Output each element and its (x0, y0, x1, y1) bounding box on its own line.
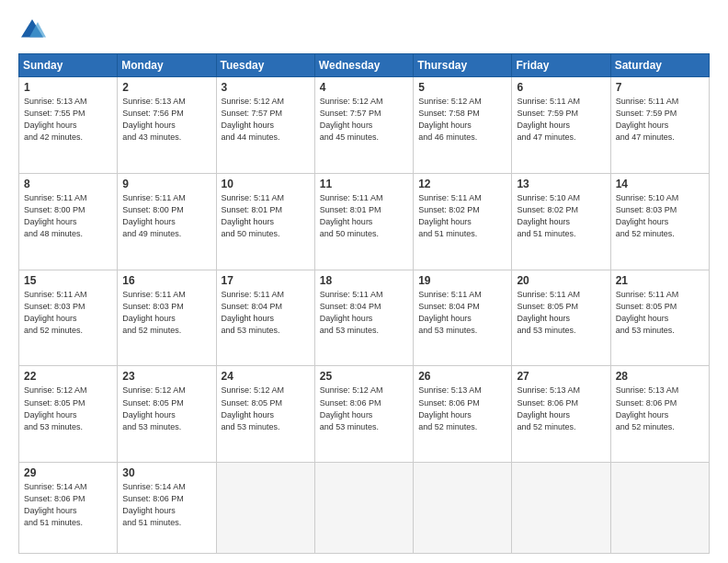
page: Sunday Monday Tuesday Wednesday Thursday… (0, 0, 728, 563)
day-info: Sunrise: 5:11 AM Sunset: 8:03 PM Dayligh… (122, 289, 210, 337)
col-sunday: Sunday (19, 54, 118, 77)
header (18, 17, 710, 44)
day-info: Sunrise: 5:13 AM Sunset: 7:56 PM Dayligh… (122, 96, 210, 144)
week-row-5: 29 Sunrise: 5:14 AM Sunset: 8:06 PM Dayl… (19, 463, 710, 554)
day-cell: 27 Sunrise: 5:13 AM Sunset: 8:06 PM Dayl… (512, 366, 610, 463)
day-cell: 25 Sunrise: 5:12 AM Sunset: 8:06 PM Dayl… (314, 366, 413, 463)
day-number: 1 (24, 81, 112, 94)
day-number: 8 (24, 178, 112, 190)
day-cell: 2 Sunrise: 5:13 AM Sunset: 7:56 PM Dayli… (118, 77, 216, 174)
day-number: 14 (616, 178, 704, 190)
day-info: Sunrise: 5:12 AM Sunset: 8:05 PM Dayligh… (122, 385, 210, 432)
day-number: 12 (418, 178, 506, 190)
day-cell: 16 Sunrise: 5:11 AM Sunset: 8:03 PM Dayl… (118, 270, 216, 366)
day-info: Sunrise: 5:11 AM Sunset: 8:01 PM Dayligh… (320, 192, 408, 240)
logo-icon (18, 17, 46, 44)
day-info: Sunrise: 5:12 AM Sunset: 8:05 PM Dayligh… (24, 385, 112, 432)
col-wednesday: Wednesday (314, 54, 413, 77)
week-row-3: 15 Sunrise: 5:11 AM Sunset: 8:03 PM Dayl… (19, 270, 710, 366)
day-info: Sunrise: 5:11 AM Sunset: 8:05 PM Dayligh… (517, 289, 605, 337)
day-cell: 13 Sunrise: 5:10 AM Sunset: 8:02 PM Dayl… (512, 173, 610, 270)
day-cell: 8 Sunrise: 5:11 AM Sunset: 8:00 PM Dayli… (19, 173, 118, 270)
day-cell: 28 Sunrise: 5:13 AM Sunset: 8:06 PM Dayl… (610, 366, 709, 463)
day-info: Sunrise: 5:13 AM Sunset: 8:06 PM Dayligh… (418, 385, 506, 432)
week-row-4: 22 Sunrise: 5:12 AM Sunset: 8:05 PM Dayl… (19, 366, 710, 463)
header-row: Sunday Monday Tuesday Wednesday Thursday… (19, 54, 710, 77)
day-number: 17 (222, 274, 310, 287)
day-cell (414, 463, 512, 554)
day-number: 10 (222, 178, 310, 190)
day-info: Sunrise: 5:11 AM Sunset: 8:05 PM Dayligh… (616, 289, 704, 337)
day-info: Sunrise: 5:11 AM Sunset: 7:59 PM Dayligh… (616, 96, 704, 144)
day-cell: 9 Sunrise: 5:11 AM Sunset: 8:00 PM Dayli… (118, 173, 216, 270)
day-cell (512, 463, 610, 554)
day-number: 9 (122, 178, 210, 190)
day-info: Sunrise: 5:11 AM Sunset: 8:00 PM Dayligh… (24, 192, 112, 240)
day-number: 29 (24, 466, 112, 479)
day-cell (314, 463, 413, 554)
day-info: Sunrise: 5:12 AM Sunset: 7:57 PM Dayligh… (320, 96, 408, 144)
day-cell: 10 Sunrise: 5:11 AM Sunset: 8:01 PM Dayl… (216, 173, 314, 270)
day-cell: 3 Sunrise: 5:12 AM Sunset: 7:57 PM Dayli… (216, 77, 314, 174)
day-cell: 4 Sunrise: 5:12 AM Sunset: 7:57 PM Dayli… (314, 77, 413, 174)
day-cell: 6 Sunrise: 5:11 AM Sunset: 7:59 PM Dayli… (512, 77, 610, 174)
day-info: Sunrise: 5:11 AM Sunset: 7:59 PM Dayligh… (517, 96, 605, 144)
day-number: 20 (517, 274, 605, 287)
day-cell: 26 Sunrise: 5:13 AM Sunset: 8:06 PM Dayl… (414, 366, 512, 463)
day-cell: 21 Sunrise: 5:11 AM Sunset: 8:05 PM Dayl… (610, 270, 709, 366)
day-info: Sunrise: 5:11 AM Sunset: 8:04 PM Dayligh… (418, 289, 506, 337)
day-number: 18 (320, 274, 408, 287)
day-number: 6 (517, 81, 605, 94)
day-number: 30 (122, 466, 210, 479)
day-cell: 5 Sunrise: 5:12 AM Sunset: 7:58 PM Dayli… (414, 77, 512, 174)
day-info: Sunrise: 5:10 AM Sunset: 8:02 PM Dayligh… (517, 192, 605, 240)
day-info: Sunrise: 5:13 AM Sunset: 8:06 PM Dayligh… (616, 385, 704, 432)
day-cell: 11 Sunrise: 5:11 AM Sunset: 8:01 PM Dayl… (314, 173, 413, 270)
day-number: 16 (122, 274, 210, 287)
day-info: Sunrise: 5:12 AM Sunset: 8:06 PM Dayligh… (320, 385, 408, 432)
day-number: 22 (24, 370, 112, 383)
day-info: Sunrise: 5:12 AM Sunset: 8:05 PM Dayligh… (222, 385, 310, 432)
day-info: Sunrise: 5:10 AM Sunset: 8:03 PM Dayligh… (616, 192, 704, 240)
day-number: 28 (616, 370, 704, 383)
day-info: Sunrise: 5:14 AM Sunset: 8:06 PM Dayligh… (24, 481, 112, 529)
day-number: 21 (616, 274, 704, 287)
day-cell: 29 Sunrise: 5:14 AM Sunset: 8:06 PM Dayl… (19, 463, 118, 554)
day-number: 26 (418, 370, 506, 383)
day-cell: 15 Sunrise: 5:11 AM Sunset: 8:03 PM Dayl… (19, 270, 118, 366)
day-info: Sunrise: 5:14 AM Sunset: 8:06 PM Dayligh… (122, 481, 210, 529)
day-info: Sunrise: 5:11 AM Sunset: 8:04 PM Dayligh… (320, 289, 408, 337)
day-number: 11 (320, 178, 408, 190)
day-cell: 20 Sunrise: 5:11 AM Sunset: 8:05 PM Dayl… (512, 270, 610, 366)
day-number: 4 (320, 81, 408, 94)
col-tuesday: Tuesday (216, 54, 314, 77)
day-cell: 23 Sunrise: 5:12 AM Sunset: 8:05 PM Dayl… (118, 366, 216, 463)
col-saturday: Saturday (610, 54, 709, 77)
day-number: 5 (418, 81, 506, 94)
day-info: Sunrise: 5:11 AM Sunset: 8:02 PM Dayligh… (418, 192, 506, 240)
day-cell: 24 Sunrise: 5:12 AM Sunset: 8:05 PM Dayl… (216, 366, 314, 463)
day-info: Sunrise: 5:13 AM Sunset: 7:55 PM Dayligh… (24, 96, 112, 144)
day-number: 3 (222, 81, 310, 94)
week-row-2: 8 Sunrise: 5:11 AM Sunset: 8:00 PM Dayli… (19, 173, 710, 270)
day-info: Sunrise: 5:11 AM Sunset: 8:01 PM Dayligh… (222, 192, 310, 240)
col-friday: Friday (512, 54, 610, 77)
day-number: 15 (24, 274, 112, 287)
day-number: 24 (222, 370, 310, 383)
day-info: Sunrise: 5:12 AM Sunset: 7:58 PM Dayligh… (418, 96, 506, 144)
calendar-table: Sunday Monday Tuesday Wednesday Thursday… (18, 53, 710, 554)
day-info: Sunrise: 5:11 AM Sunset: 8:03 PM Dayligh… (24, 289, 112, 337)
day-info: Sunrise: 5:13 AM Sunset: 8:06 PM Dayligh… (517, 385, 605, 432)
day-cell: 12 Sunrise: 5:11 AM Sunset: 8:02 PM Dayl… (414, 173, 512, 270)
day-cell: 1 Sunrise: 5:13 AM Sunset: 7:55 PM Dayli… (19, 77, 118, 174)
day-cell (216, 463, 314, 554)
day-cell: 17 Sunrise: 5:11 AM Sunset: 8:04 PM Dayl… (216, 270, 314, 366)
day-cell (610, 463, 709, 554)
day-cell: 30 Sunrise: 5:14 AM Sunset: 8:06 PM Dayl… (118, 463, 216, 554)
day-info: Sunrise: 5:12 AM Sunset: 7:57 PM Dayligh… (222, 96, 310, 144)
logo (18, 17, 50, 44)
day-info: Sunrise: 5:11 AM Sunset: 8:00 PM Dayligh… (122, 192, 210, 240)
day-number: 23 (122, 370, 210, 383)
day-number: 7 (616, 81, 704, 94)
day-number: 13 (517, 178, 605, 190)
